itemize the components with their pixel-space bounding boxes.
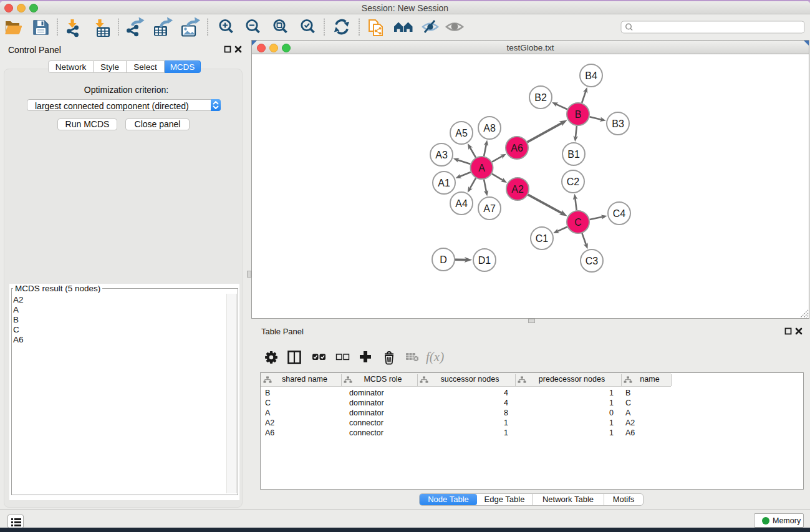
svg-text:D: D <box>440 254 447 265</box>
svg-text:B4: B4 <box>585 70 597 81</box>
svg-text:B3: B3 <box>612 118 624 129</box>
svg-text:A4: A4 <box>455 198 468 209</box>
svg-text:C4: C4 <box>613 208 626 219</box>
svg-text:A6: A6 <box>511 143 523 153</box>
svg-text:A3: A3 <box>435 150 448 160</box>
svg-text:C3: C3 <box>586 256 599 266</box>
svg-text:A2: A2 <box>511 184 524 195</box>
svg-text:B1: B1 <box>567 149 580 160</box>
svg-text:D1: D1 <box>478 255 491 266</box>
svg-text:A8: A8 <box>483 123 496 133</box>
svg-text:A5: A5 <box>455 128 468 138</box>
svg-text:B: B <box>575 109 582 120</box>
svg-text:A: A <box>478 163 485 173</box>
svg-text:C: C <box>574 217 582 228</box>
svg-text:C2: C2 <box>567 177 580 187</box>
svg-text:A7: A7 <box>483 203 496 214</box>
svg-text:B2: B2 <box>534 92 547 103</box>
svg-text:C1: C1 <box>536 233 549 244</box>
svg-text:f(x): f(x) <box>426 349 444 364</box>
svg-text:A1: A1 <box>438 178 450 188</box>
